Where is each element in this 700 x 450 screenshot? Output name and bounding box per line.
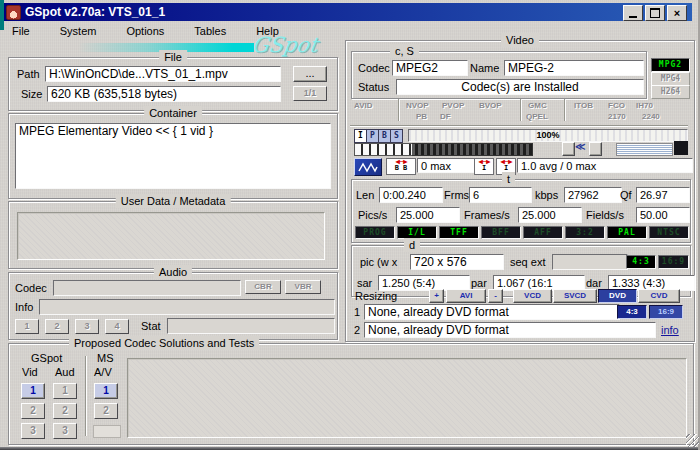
flag-ih70: IH70 (636, 101, 653, 110)
frms-field[interactable]: 6 (469, 187, 532, 203)
frames-label: Frames/s (464, 208, 510, 222)
audio-button-4: 4 (105, 319, 129, 334)
audio-stat-field (167, 318, 335, 334)
flag-qpel: QPEL (526, 112, 548, 121)
video-name-field[interactable]: MPEG-2 (504, 60, 644, 76)
b-spacing-field[interactable]: 0 max (417, 158, 475, 173)
close-button[interactable]: × (667, 5, 687, 21)
audio-button-2: 2 (45, 319, 69, 334)
size-field[interactable]: 620 KB (635,518 bytes) (47, 86, 281, 102)
menubar: File System Options Tables Help (4, 22, 698, 39)
aspect-43-led: 4:3 (626, 255, 656, 269)
qf-field[interactable]: 26.97 (636, 187, 690, 203)
bitrate-end-block (674, 141, 688, 155)
gop-percent-bar: 100% (408, 129, 688, 142)
codec-status-group: c, S Codec MPEG2 Name MPEG-2 Status Code… (351, 51, 647, 99)
frames-field[interactable]: 25.000 (518, 207, 582, 223)
file-group: File Path H:\WinOnCD\de...VTS_01_1.mpv .… (8, 57, 338, 111)
gspot-vid-test-2-button: 2 (21, 403, 45, 419)
userdata-group: User Data / Metadata (8, 201, 338, 269)
i-frame-spacing-icon-1: ◂─▸ I (474, 158, 494, 175)
audio-stat-label: Stat (141, 319, 161, 333)
video-codec-field[interactable]: MPEG2 (392, 60, 468, 76)
path-label: Path (17, 67, 40, 81)
flag-2240: 2240 (642, 112, 660, 121)
i-spacing-field[interactable]: 1.0 avg / 0 max (517, 158, 693, 173)
video-status-field[interactable]: Codec(s) are Installed (396, 79, 644, 95)
mpg2-led: MPG2 (651, 58, 690, 72)
audio-group: Audio Codec CBR VBR Info 1 2 3 4 Stat (8, 272, 338, 340)
userdata-legend: User Data / Metadata (116, 194, 231, 208)
flag-avid: AVID (354, 101, 373, 110)
qf-label: Qf (620, 188, 632, 202)
resize-minus-button[interactable]: - (488, 289, 503, 303)
cs-legend: c, S (390, 44, 419, 58)
maximize-icon (650, 8, 660, 18)
h264-led: H264 (651, 85, 690, 99)
frame-type-s-indicator: S (390, 129, 403, 143)
audio-button-3: 3 (75, 319, 99, 334)
menu-options[interactable]: Options (124, 24, 166, 38)
solutions-aud-header: Aud (55, 365, 75, 379)
fields-field[interactable]: 50.00 (636, 207, 690, 223)
solutions-ms-header: MS (97, 351, 114, 365)
browse-button[interactable]: ... (293, 66, 327, 82)
flag-fco: FCO (608, 101, 625, 110)
len-label: Len (356, 188, 374, 202)
frms-label: Frms (444, 188, 469, 202)
ms-av-test-1-button[interactable]: 1 (94, 383, 118, 399)
titlebar[interactable]: GSpot v2.70a: VTS_01_1 × (4, 3, 692, 21)
video-legend: Video (501, 33, 539, 47)
minimize-button[interactable] (623, 5, 643, 21)
maximize-button[interactable] (645, 5, 665, 21)
minimize-icon (629, 16, 637, 18)
container-box[interactable]: MPEG Elementary Video << { 1 vid } (15, 123, 331, 189)
menu-file[interactable]: File (10, 24, 32, 38)
aspect-43-button[interactable]: 4:3 (617, 305, 647, 319)
gspot-vid-test-1-button[interactable]: 1 (21, 383, 45, 399)
pics-label: Pics/s (358, 208, 387, 222)
audio-info-label: Info (15, 300, 33, 314)
pic-field[interactable]: 720 x 576 (410, 254, 504, 270)
kbps-field[interactable]: 27962 (564, 187, 622, 203)
resize-plus-button[interactable]: + (429, 289, 444, 303)
audio-legend: Audio (154, 265, 192, 279)
resize-cvd-button[interactable]: CVD (638, 289, 680, 303)
ms-av-blank-slot (93, 425, 121, 438)
prog-led: PROG (355, 226, 395, 239)
pic-label: pic (w x (360, 255, 397, 269)
len-field[interactable]: 0:00.240 (379, 187, 443, 203)
container-legend: Container (144, 106, 202, 120)
ms-av-test-2-button: 2 (94, 403, 118, 419)
aspect-169-button[interactable]: 16:9 (649, 305, 683, 319)
audio-cbr-button: CBR (245, 280, 281, 294)
gop-frame-cells-dark (412, 143, 533, 156)
pics-field[interactable]: 25.000 (396, 207, 460, 223)
pal-led: PAL (607, 226, 647, 239)
resizing-label: Resizing (355, 289, 397, 303)
solutions-gspot-header: GSpot (31, 351, 62, 365)
bitrate-box-left-icon (562, 142, 575, 156)
container-group: Container MPEG Elementary Video << { 1 v… (8, 113, 338, 199)
bitrate-arrows-icon: ≪ (575, 141, 585, 152)
resize-svcd-button[interactable]: SVCD (553, 289, 597, 303)
window-title: GSpot v2.70a: VTS_01_1 (25, 5, 165, 19)
resize-grip[interactable] (686, 434, 699, 447)
fields-label: Fields/s (586, 208, 624, 222)
bb-glyph: B B (395, 165, 408, 172)
menu-system[interactable]: System (58, 24, 99, 38)
bitrate-viewer-button[interactable] (354, 158, 382, 176)
resize-vcd-button[interactable]: VCD (513, 289, 552, 303)
app-icon (6, 5, 21, 20)
size-label: Size (21, 87, 42, 101)
gspot-aud-test-1-button: 1 (53, 383, 77, 399)
info-link[interactable]: info (661, 323, 679, 337)
bitrate-stripe-bar (616, 143, 673, 156)
aspect-169-led: 16:9 (658, 255, 689, 269)
resize-avi-button[interactable]: AVI (446, 289, 486, 303)
path-field[interactable]: H:\WinOnCD\de...VTS_01_1.mpv (45, 66, 281, 82)
resize-row2-field[interactable]: None, already DVD format (364, 322, 656, 338)
menu-tables[interactable]: Tables (192, 24, 228, 38)
resize-row1-field[interactable]: None, already DVD format (364, 304, 620, 320)
resize-dvd-button[interactable]: DVD (598, 289, 637, 303)
